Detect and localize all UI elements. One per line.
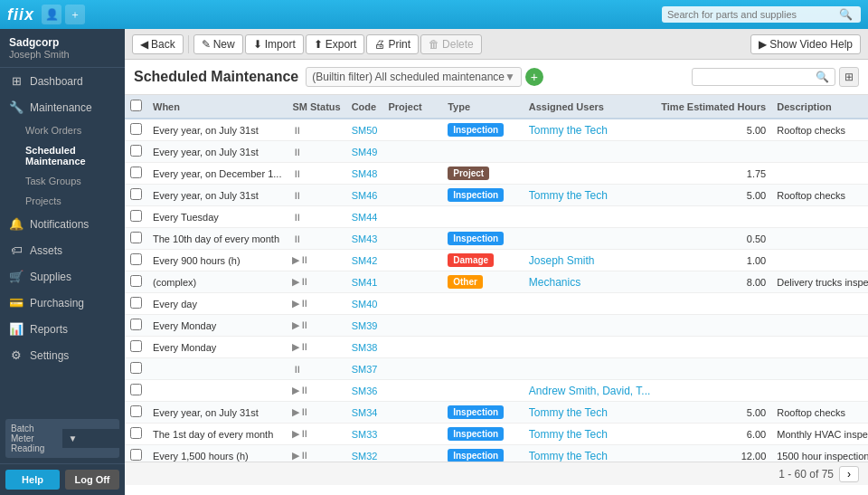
- batch-dropdown-arrow[interactable]: ▼: [62, 429, 120, 448]
- batch-meter-label[interactable]: Batch Meter Reading: [5, 419, 62, 458]
- cell-code[interactable]: SM48: [346, 163, 383, 185]
- sidebar-item-work-orders[interactable]: Work Orders: [25, 120, 125, 140]
- select-all-checkbox[interactable]: [130, 100, 142, 111]
- cell-code[interactable]: SM42: [346, 250, 383, 271]
- row-checkbox-cell: [125, 445, 147, 462]
- sm-search[interactable]: 🔍: [692, 68, 835, 86]
- sidebar-item-assets[interactable]: 🏷 Assets: [0, 237, 125, 263]
- cell-code[interactable]: SM40: [346, 293, 383, 315]
- sidebar-item-notifications[interactable]: 🔔 Notifications: [0, 211, 125, 237]
- user-icon[interactable]: 👤: [42, 5, 61, 24]
- sidebar-item-task-groups[interactable]: Task Groups: [25, 171, 125, 191]
- add-icon[interactable]: ＋: [65, 5, 85, 24]
- cell-code[interactable]: SM32: [346, 445, 383, 462]
- row-checkbox[interactable]: [130, 427, 142, 439]
- cell-hours: 8.00: [656, 271, 771, 293]
- global-search[interactable]: 🔍: [662, 6, 861, 23]
- cell-hours: 5.00: [656, 119, 771, 141]
- import-button[interactable]: ⬇ Import: [245, 34, 304, 54]
- row-checkbox[interactable]: [130, 340, 142, 352]
- cell-type: Inspection: [442, 424, 524, 445]
- print-button[interactable]: 🖨 Print: [366, 34, 419, 54]
- sidebar-item-purchasing[interactable]: 💳 Purchasing: [0, 290, 125, 316]
- cell-when: Every Monday: [147, 337, 287, 358]
- cell-hours: [656, 315, 771, 337]
- select-all-header[interactable]: [125, 95, 147, 119]
- view-toggle-button[interactable]: ⊞: [839, 67, 859, 87]
- row-checkbox[interactable]: [130, 449, 142, 461]
- cell-code[interactable]: SM34: [346, 402, 383, 424]
- new-button[interactable]: ✎ New: [193, 34, 243, 54]
- layout: Sadgcorp Joseph Smith ⊞ Dashboard 🔧 Main…: [0, 29, 868, 495]
- cell-when: (complex): [147, 271, 287, 293]
- sidebar-item-reports[interactable]: 📊 Reports: [0, 316, 125, 342]
- assigned-user-link[interactable]: Andrew Smith, David, T...: [529, 385, 651, 397]
- assigned-user-link[interactable]: Tommy the Tech: [529, 450, 608, 462]
- cell-code[interactable]: SM49: [346, 141, 383, 163]
- row-checkbox[interactable]: [130, 319, 142, 330]
- cell-code[interactable]: SM43: [346, 228, 383, 250]
- assigned-user-link[interactable]: Joseph Smith: [529, 254, 595, 267]
- assigned-user-link[interactable]: Mechanics: [529, 276, 580, 289]
- cell-code[interactable]: SM44: [346, 206, 383, 228]
- assigned-user-link[interactable]: Tommy the Tech: [529, 189, 608, 202]
- sidebar-item-scheduled-maintenance[interactable]: Scheduled Maintenance: [25, 140, 125, 171]
- export-button[interactable]: ⬆ Export: [306, 34, 365, 54]
- sidebar-item-settings[interactable]: ⚙ Settings: [0, 342, 125, 368]
- batch-meter-reading[interactable]: Batch Meter Reading ▼: [5, 419, 119, 458]
- cell-sm-status: ▶⏸: [287, 315, 345, 337]
- cell-code[interactable]: SM33: [346, 424, 383, 445]
- back-button[interactable]: ◀ Back: [132, 34, 184, 54]
- row-checkbox[interactable]: [130, 405, 142, 417]
- play-icon: ▶⏸: [292, 406, 309, 417]
- row-checkbox[interactable]: [130, 167, 142, 178]
- cell-code[interactable]: SM36: [346, 380, 383, 402]
- cell-project: [382, 358, 442, 380]
- filter-add-button[interactable]: +: [525, 68, 543, 86]
- dashboard-icon: ⊞: [9, 74, 24, 88]
- cell-assigned: Tommy the Tech: [524, 402, 656, 424]
- cell-code[interactable]: SM38: [346, 337, 383, 358]
- cell-type: Other: [442, 271, 524, 293]
- pause-icon: ⏸: [292, 168, 302, 179]
- row-checkbox[interactable]: [130, 232, 142, 243]
- cell-type: Damage: [442, 250, 524, 271]
- cell-sm-status: ⏸: [287, 163, 345, 185]
- cell-when: Every Monday: [147, 315, 287, 337]
- help-button[interactable]: Help: [5, 470, 60, 490]
- cell-code[interactable]: SM50: [346, 119, 383, 141]
- logout-button[interactable]: Log Off: [65, 470, 119, 490]
- assigned-user-link[interactable]: Tommy the Tech: [529, 124, 608, 137]
- show-video-button[interactable]: ▶ Show Video Help: [750, 34, 861, 54]
- assets-icon: 🏷: [9, 243, 24, 257]
- delete-button[interactable]: 🗑 Delete: [420, 34, 482, 54]
- row-checkbox[interactable]: [130, 145, 142, 157]
- assigned-user-link[interactable]: Tommy the Tech: [529, 428, 608, 441]
- sm-search-input[interactable]: [698, 71, 816, 82]
- sidebar-item-supplies[interactable]: 🛒 Supplies: [0, 263, 125, 290]
- cell-code[interactable]: SM37: [346, 358, 383, 380]
- next-page-button[interactable]: ›: [839, 466, 859, 482]
- assigned-user-link[interactable]: Tommy the Tech: [529, 406, 608, 419]
- pause-icon: ⏸: [292, 212, 302, 223]
- row-checkbox[interactable]: [130, 297, 142, 309]
- cell-when: Every year, on July 31st: [147, 402, 287, 424]
- row-checkbox[interactable]: [130, 210, 142, 222]
- row-checkbox[interactable]: [130, 253, 142, 265]
- sidebar-item-projects[interactable]: Projects: [25, 191, 125, 211]
- row-checkbox[interactable]: [130, 384, 142, 395]
- row-checkbox[interactable]: [130, 275, 142, 287]
- cell-code[interactable]: SM39: [346, 315, 383, 337]
- row-checkbox[interactable]: [130, 362, 142, 374]
- sidebar-item-maintenance[interactable]: 🔧 Maintenance: [0, 94, 125, 120]
- cell-code[interactable]: SM41: [346, 271, 383, 293]
- cell-type: [442, 141, 524, 163]
- cell-code[interactable]: SM46: [346, 185, 383, 206]
- row-checkbox[interactable]: [130, 123, 142, 135]
- cell-assigned: Joseph Smith: [524, 250, 656, 271]
- global-search-input[interactable]: [667, 9, 839, 20]
- col-project: Project: [382, 95, 442, 119]
- filter-select[interactable]: (Builtin filter) All scheduled maintenan…: [306, 67, 522, 87]
- sidebar-item-dashboard[interactable]: ⊞ Dashboard: [0, 68, 125, 94]
- row-checkbox[interactable]: [130, 188, 142, 200]
